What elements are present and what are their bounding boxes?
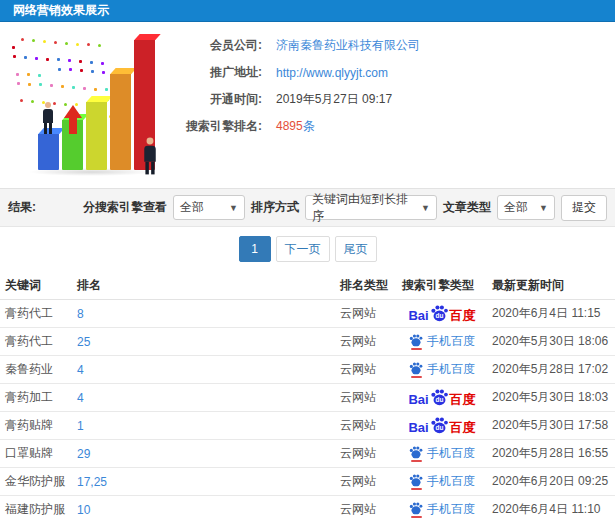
chart-bars	[38, 40, 155, 170]
engine-rank-label: 搜索引擎排名:	[170, 118, 262, 135]
company-link[interactable]: 济南秦鲁药业科技有限公司	[276, 37, 420, 54]
svg-text:du: du	[435, 312, 443, 319]
rank-link[interactable]: 4	[77, 363, 84, 377]
rank-cell: 4	[72, 363, 335, 377]
table-row: 金华防护服17,25云网站手机百度2020年6月20日 09:25	[0, 468, 615, 496]
rank-link[interactable]: 1	[77, 419, 84, 433]
rank-cell: 1	[72, 419, 335, 433]
last-page-button[interactable]: 尾页	[335, 236, 377, 262]
promo-url-link[interactable]: http://www.qlyyjt.com	[276, 66, 388, 80]
rank-link[interactable]: 17,25	[77, 475, 107, 489]
rank-type-cell: 云网站	[335, 389, 397, 406]
rank-type-cell: 云网站	[335, 501, 397, 518]
page-1-button[interactable]: 1	[239, 236, 271, 262]
businessman-figure-left	[42, 102, 54, 134]
table-row: 膏药代工8云网站Baidu百度2020年6月4日 11:15	[0, 300, 615, 328]
baidu-paw-icon	[409, 446, 423, 459]
result-label: 结果:	[8, 199, 36, 216]
company-row: 会员公司: 济南秦鲁药业科技有限公司	[170, 32, 610, 59]
engine-rank-value: 4895条	[276, 118, 315, 135]
baidu-paw-icon	[409, 502, 423, 515]
mobile-baidu-logo: 手机百度	[409, 445, 475, 462]
rank-link[interactable]: 4	[77, 391, 84, 405]
window-title-bar: 网络营销效果展示	[0, 0, 615, 22]
engine-cell: Baidu百度	[397, 417, 487, 434]
header-keyword: 关键词	[0, 277, 72, 294]
keyword-cell: 秦鲁药业	[0, 361, 72, 378]
rank-type-cell: 云网站	[335, 333, 397, 350]
rank-cell: 25	[72, 335, 335, 349]
bar-orange	[110, 74, 131, 170]
red-arrow-icon	[64, 105, 82, 118]
baidu-logo: Baidu百度	[408, 389, 475, 406]
sort-selected: 关键词由短到长排序	[312, 191, 413, 225]
engine-cell: Baidu百度	[397, 389, 487, 406]
table-row: 膏药代工25云网站手机百度2020年5月30日 18:06	[0, 328, 615, 356]
mobile-baidu-underline	[411, 460, 422, 462]
promo-url-row: 推广地址: http://www.qlyyjt.com	[170, 59, 610, 86]
baidu-paw-icon	[409, 362, 423, 375]
rank-link[interactable]: 25	[77, 335, 90, 349]
mobile-baidu-underline	[411, 488, 422, 490]
table-header-row: 关键词 排名 排名类型 搜索引擎类型 最新更新时间	[0, 271, 615, 300]
table-row: 膏药加工4云网站Baidu百度2020年5月30日 18:03	[0, 384, 615, 412]
baidu-paw-icon	[409, 334, 423, 347]
company-label: 会员公司:	[170, 37, 262, 54]
info-section: 会员公司: 济南秦鲁药业科技有限公司 推广地址: http://www.qlyy…	[0, 22, 615, 188]
table-row: 福建防护服10云网站手机百度2020年6月4日 11:10	[0, 496, 615, 520]
rank-link[interactable]: 29	[77, 447, 90, 461]
engine-cell: 手机百度	[397, 333, 487, 350]
bar-blue	[38, 134, 59, 170]
rank-type-cell: 云网站	[335, 305, 397, 322]
engine-view-select[interactable]: 全部 ▼	[173, 195, 245, 220]
baidu-paw-icon: du	[430, 305, 449, 322]
sort-select[interactable]: 关键词由短到长排序 ▼	[305, 195, 437, 220]
rank-link[interactable]: 8	[77, 307, 84, 321]
article-type-label: 文章类型	[443, 199, 491, 216]
baidu-paw-icon: du	[430, 417, 449, 434]
engine-cell: Baidu百度	[397, 305, 487, 322]
keyword-cell: 膏药加工	[0, 389, 72, 406]
rank-unit[interactable]: 条	[303, 119, 315, 133]
keyword-cell: 膏药贴牌	[0, 417, 72, 434]
keyword-cell: 膏药代工	[0, 305, 72, 322]
updated-cell: 2020年5月30日 18:06	[487, 333, 615, 350]
rank-type-cell: 云网站	[335, 361, 397, 378]
member-info: 会员公司: 济南秦鲁药业科技有限公司 推广地址: http://www.qlyy…	[170, 32, 610, 140]
rank-cell: 4	[72, 391, 335, 405]
keyword-cell: 口罩贴牌	[0, 445, 72, 462]
chevron-down-icon: ▼	[531, 203, 548, 213]
table-body: 膏药代工8云网站Baidu百度2020年6月4日 11:15膏药代工25云网站手…	[0, 300, 615, 520]
results-table: 关键词 排名 排名类型 搜索引擎类型 最新更新时间 膏药代工8云网站Baidu百…	[0, 271, 615, 520]
bar-yellow	[86, 102, 107, 170]
article-type-select[interactable]: 全部 ▼	[497, 195, 555, 220]
bar-chart-illustration	[4, 28, 170, 180]
header-rank: 排名	[72, 277, 335, 294]
mobile-baidu-underline	[411, 348, 422, 350]
baidu-logo: Baidu百度	[408, 305, 475, 322]
baidu-paw-icon	[409, 474, 423, 487]
updated-cell: 2020年5月30日 17:58	[487, 417, 615, 434]
rank-cell: 8	[72, 307, 335, 321]
submit-button[interactable]: 提交	[561, 195, 607, 221]
keyword-cell: 膏药代工	[0, 333, 72, 350]
rank-cell: 29	[72, 447, 335, 461]
svg-text:du: du	[435, 424, 443, 431]
mobile-baidu-logo: 手机百度	[409, 333, 475, 350]
mobile-baidu-logo: 手机百度	[409, 501, 475, 518]
next-page-button[interactable]: 下一页	[276, 236, 330, 262]
engine-view-label: 分搜索引擎查看	[83, 199, 167, 216]
baidu-paw-icon: du	[430, 389, 449, 406]
page-title: 网络营销效果展示	[13, 2, 109, 19]
keyword-cell: 福建防护服	[0, 501, 72, 518]
businessman-figure-right	[143, 138, 157, 175]
open-time-label: 开通时间:	[170, 91, 262, 108]
mobile-baidu-underline	[411, 516, 422, 518]
engine-cell: 手机百度	[397, 501, 487, 518]
rank-type-cell: 云网站	[335, 473, 397, 490]
mobile-baidu-logo: 手机百度	[409, 473, 475, 490]
rank-type-cell: 云网站	[335, 417, 397, 434]
rank-cell: 10	[72, 503, 335, 517]
updated-cell: 2020年5月28日 17:02	[487, 361, 615, 378]
rank-link[interactable]: 10	[77, 503, 90, 517]
